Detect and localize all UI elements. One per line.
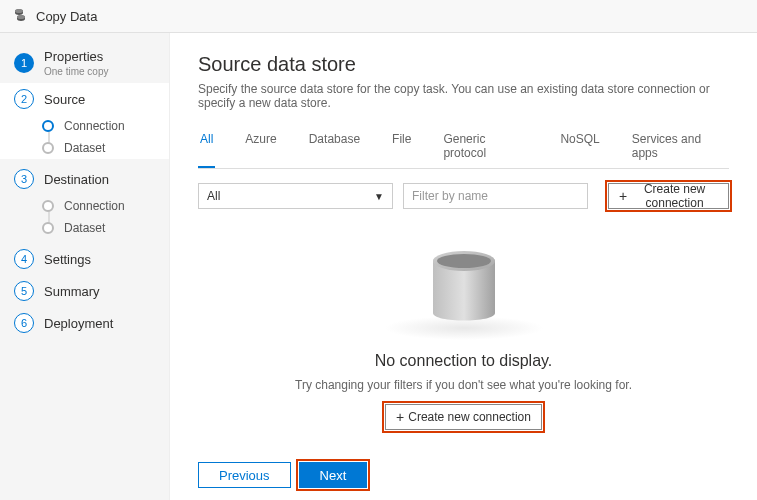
app-title: Copy Data — [36, 9, 97, 24]
substep-label: Connection — [64, 199, 125, 213]
tab-generic-protocol[interactable]: Generic protocol — [441, 126, 530, 168]
substep-dot-icon — [42, 120, 54, 132]
substep-dot-icon — [42, 200, 54, 212]
substep-destination-dataset[interactable]: Dataset — [28, 217, 169, 239]
tab-services-apps[interactable]: Services and apps — [630, 126, 729, 168]
step-badge: 1 — [14, 53, 34, 73]
filter-name-input[interactable] — [403, 183, 588, 209]
main-content: Source data store Specify the source dat… — [170, 33, 757, 500]
page-title: Source data store — [198, 53, 729, 76]
previous-button[interactable]: Previous — [198, 462, 291, 488]
substep-dot-icon — [42, 222, 54, 234]
filter-type-select[interactable]: All ▼ — [198, 183, 393, 209]
step-label: Destination — [44, 172, 109, 187]
next-button[interactable]: Next — [299, 462, 368, 488]
step-summary[interactable]: 5 Summary — [0, 275, 169, 307]
step-badge: 2 — [14, 89, 34, 109]
create-connection-label: Create new connection — [408, 410, 531, 424]
svg-point-1 — [17, 15, 25, 19]
step-label: Settings — [44, 252, 91, 267]
svg-point-3 — [437, 254, 491, 268]
step-deployment[interactable]: 6 Deployment — [0, 307, 169, 339]
step-label: Source — [44, 92, 85, 107]
create-connection-button-center[interactable]: + Create new connection — [385, 404, 542, 430]
step-label: Properties — [44, 49, 108, 64]
copy-data-icon — [12, 8, 28, 24]
step-properties[interactable]: 1 Properties One time copy — [0, 43, 169, 83]
empty-state: No connection to display. Try changing y… — [198, 219, 729, 454]
app-header: Copy Data — [0, 0, 757, 33]
step-source[interactable]: 2 Source — [0, 83, 169, 115]
create-connection-label: Create new connection — [631, 182, 718, 210]
step-label: Summary — [44, 284, 100, 299]
empty-title: No connection to display. — [375, 352, 553, 370]
chevron-down-icon: ▼ — [374, 191, 384, 202]
create-connection-button-top[interactable]: + Create new connection — [608, 183, 729, 209]
step-badge: 6 — [14, 313, 34, 333]
tab-azure[interactable]: Azure — [243, 126, 278, 168]
plus-icon: + — [619, 189, 627, 203]
tab-file[interactable]: File — [390, 126, 413, 168]
tab-database[interactable]: Database — [307, 126, 362, 168]
empty-hint: Try changing your filters if you don't s… — [295, 378, 632, 392]
wizard-footer: Previous Next — [198, 454, 729, 488]
tab-all[interactable]: All — [198, 126, 215, 168]
step-badge: 5 — [14, 281, 34, 301]
step-badge: 3 — [14, 169, 34, 189]
substep-label: Connection — [64, 119, 125, 133]
step-sublabel: One time copy — [44, 66, 108, 77]
tab-nosql[interactable]: NoSQL — [558, 126, 601, 168]
page-description: Specify the source data store for the co… — [198, 82, 729, 110]
step-settings[interactable]: 4 Settings — [0, 243, 169, 275]
select-value: All — [207, 189, 374, 203]
database-empty-icon — [425, 243, 503, 334]
source-type-tabs: All Azure Database File Generic protocol… — [198, 126, 729, 169]
wizard-sidebar: 1 Properties One time copy 2 Source Conn… — [0, 33, 170, 500]
plus-icon: + — [396, 410, 404, 424]
step-label: Deployment — [44, 316, 113, 331]
step-badge: 4 — [14, 249, 34, 269]
substep-dot-icon — [42, 142, 54, 154]
substep-label: Dataset — [64, 221, 105, 235]
svg-point-0 — [15, 9, 23, 13]
substep-source-dataset[interactable]: Dataset — [28, 137, 169, 159]
substep-label: Dataset — [64, 141, 105, 155]
step-destination[interactable]: 3 Destination — [0, 163, 169, 195]
